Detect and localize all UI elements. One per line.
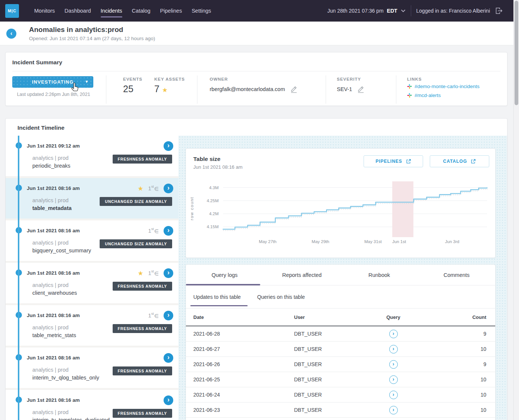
timeline-item[interactable]: Jun 1st 2021 08:16 am 1st∈ › UNCHANGED S… (6, 220, 178, 261)
svg-text:May 29th: May 29th (312, 239, 329, 244)
event-table-name: client_warehouses (32, 290, 77, 296)
status-dropdown-button[interactable]: INVESTIGATING ▾ (12, 76, 93, 88)
top-nav-bar: M|C Monitors Dashboard Incidents Catalog… (0, 0, 519, 22)
cell-count: 10 (426, 392, 486, 398)
open-event-button[interactable]: › (164, 311, 173, 320)
vertical-scrollbar[interactable] (513, 0, 519, 420)
tab-reports-affected[interactable]: Reports affected (263, 265, 341, 285)
query-table-header: Date User Query Count (186, 308, 495, 326)
svg-text:4.15M: 4.15M (207, 224, 219, 229)
scrollbar-thumb[interactable] (515, 1, 518, 105)
pipelines-button[interactable]: PIPELINES (364, 155, 423, 167)
nav-item-pipelines[interactable]: Pipelines (155, 0, 187, 22)
divider (396, 75, 396, 104)
open-event-button[interactable]: › (164, 141, 173, 151)
cell-user: DBT_USER (294, 346, 361, 352)
table-size-panel: Table size Jun 1st 2021 08:16 am PIPELIN… (186, 148, 496, 258)
first-in-lineage-icon: 1st∈ (148, 270, 159, 277)
event-schema: analytics | prod (32, 155, 68, 161)
open-event-button[interactable]: › (164, 184, 173, 193)
anomaly-type-badge: UNCHANGED SIZE ANOMALY (100, 239, 172, 248)
view-query-button[interactable]: › (389, 360, 398, 369)
event-table-name: bigquery_cost_summary (32, 248, 91, 253)
tab-comments[interactable]: Comments (418, 265, 495, 285)
column-date: Date (193, 314, 294, 320)
timeline-detail-area: Table size Jun 1st 2021 08:16 am PIPELIN… (178, 136, 507, 420)
nav-item-monitors[interactable]: Monitors (29, 0, 60, 22)
svg-text:row count: row count (190, 197, 194, 220)
timeline-item[interactable]: Jun 1st 2021 08:16 am › FRESHNESS ANOMAL… (6, 390, 178, 420)
slack-channel-link[interactable]: #mcd-alerts (407, 93, 480, 98)
cell-count: 9 (426, 331, 486, 337)
event-schema: analytics | prod (32, 409, 68, 415)
open-event-button[interactable]: › (164, 395, 173, 405)
svg-text:May 31st: May 31st (364, 239, 382, 244)
timeline-item-selected[interactable]: Jun 1st 2021 08:16 am ★ 1st∈ › UNCHANGED… (6, 178, 178, 219)
slack-channel-link[interactable]: #demo-monte-carlo-incidents (407, 84, 480, 89)
table-row-partial: › (186, 418, 495, 420)
event-date: Jun 1st 2021 08:16 am (27, 355, 80, 361)
nav-item-settings[interactable]: Settings (187, 0, 216, 22)
links-list: #demo-monte-carlo-incidents #mcd-alerts (407, 84, 480, 98)
table-row: 2021-06-26 DBT_USER › 9 (186, 357, 495, 372)
subtab-updates-to-this-table[interactable]: Updates to this table (192, 285, 242, 308)
timeline-rail (18, 136, 19, 420)
anomaly-type-badge: UNCHANGED SIZE ANOMALY (100, 197, 172, 206)
edit-severity-pencil-icon[interactable] (357, 85, 365, 93)
datetime-selector[interactable]: Jun 28th 2021 07:36 pm EDT (328, 8, 406, 14)
svg-text:May 27th: May 27th (259, 239, 276, 244)
anomaly-type-badge: FRESHNESS ANOMALY (113, 155, 172, 164)
summary-title: Incident Summary (12, 59, 62, 66)
anomaly-type-badge: FRESHNESS ANOMALY (113, 282, 172, 291)
logout-icon[interactable] (494, 6, 503, 15)
nav-divider (411, 5, 411, 16)
timeline-item[interactable]: Jun 1st 2021 09:12 am › FRESHNESS ANOMAL… (6, 136, 178, 176)
edit-owner-pencil-icon[interactable] (290, 85, 298, 93)
chevron-right-icon: › (167, 269, 170, 277)
svg-text:4.25M: 4.25M (207, 198, 219, 203)
table-row: 2021-06-25 DBT_USER › 10 (186, 372, 495, 387)
anomaly-type-badge: FRESHNESS ANOMALY (113, 366, 172, 375)
chevron-right-icon: › (393, 407, 394, 413)
event-schema: analytics | prod (32, 197, 68, 203)
view-query-button[interactable]: › (389, 375, 398, 384)
column-user: User (294, 314, 361, 320)
tab-query-logs[interactable]: Query logs (186, 265, 263, 285)
open-event-button[interactable]: › (164, 268, 173, 278)
view-query-button[interactable]: › (389, 330, 398, 338)
catalog-button[interactable]: CATALOG (430, 155, 489, 167)
nav-items: Monitors Dashboard Incidents Catalog Pip… (29, 0, 216, 22)
logged-in-text: Logged in as: Francisco Alberini (416, 8, 490, 14)
timeline-item[interactable]: Jun 1st 2021 08:16 am ★ 1st∈ › FRESHNESS… (6, 263, 178, 303)
event-date: Jun 1st 2021 08:16 am (27, 270, 80, 276)
view-query-button[interactable]: › (389, 406, 398, 414)
chevron-left-icon: ‹ (10, 30, 13, 37)
chevron-right-icon: › (167, 184, 170, 192)
detail-tabs: Query logs Reports affected Runbook Comm… (186, 265, 495, 285)
page-header: ‹ Anomalies in analytics:prod Opened: Ju… (0, 22, 519, 45)
nav-item-catalog[interactable]: Catalog (127, 0, 155, 22)
timeline-item[interactable]: Jun 1st 2021 08:16 am › FRESHNESS ANOMAL… (6, 348, 178, 388)
external-link-icon (406, 159, 411, 164)
timeline-item[interactable]: Jun 1st 2021 08:16 am 1st∈ › FRESHNESS A… (6, 305, 178, 346)
open-event-button[interactable]: › (164, 226, 173, 236)
monte-carlo-logo[interactable]: M|C (5, 4, 19, 18)
event-table-name: periodic_breaks (32, 163, 70, 169)
nav-item-dashboard[interactable]: Dashboard (60, 0, 96, 22)
page-subtitle: Opened: Jun 1st 2021 07:14 am (27 days, … (29, 36, 155, 41)
view-query-button[interactable]: › (389, 345, 398, 353)
row-count-chart[interactable]: 4.15M4.2M4.25M4.3MMay 27thMay 29thMay 31… (187, 178, 493, 250)
table-size-title: Table size (193, 156, 220, 162)
key-asset-star-icon: ★ (138, 185, 143, 193)
event-schema: analytics | prod (32, 367, 68, 373)
view-query-button[interactable]: › (389, 391, 398, 399)
incident-timeline-card: Incident Timeline Jun 1st 2021 09:12 am … (5, 118, 507, 420)
anomaly-type-badge: FRESHNESS ANOMALY (113, 324, 172, 333)
page-title: Anomalies in analytics:prod (29, 26, 123, 34)
back-button[interactable]: ‹ (6, 29, 16, 39)
tab-runbook[interactable]: Runbook (341, 265, 418, 285)
open-event-button[interactable]: › (164, 353, 173, 363)
divider (106, 75, 106, 104)
nav-item-incidents[interactable]: Incidents (96, 0, 127, 22)
subtab-queries-on-this-table[interactable]: Queries on this table (256, 285, 306, 308)
